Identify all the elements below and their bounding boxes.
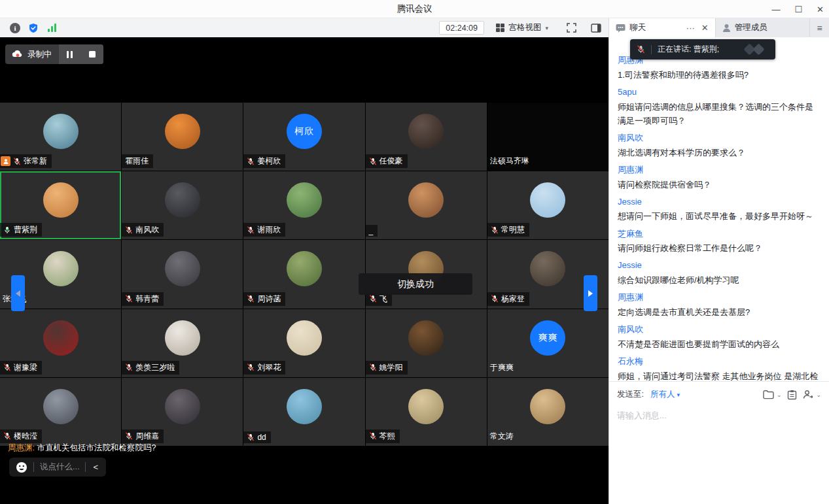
participant-name: 姚学阳	[379, 362, 403, 373]
message-sender[interactable]: 南风吹	[618, 132, 820, 144]
participant-tile[interactable]: 谢豫梁	[0, 309, 121, 377]
chat-message-list[interactable]: 10:52 周惠渊 1.司法警察和助理的待遇差很多吗? 5apu 师姐请问选调的…	[609, 37, 829, 381]
participant-tile[interactable]: 谢雨欣	[243, 171, 364, 239]
participant-tile[interactable]: 常明慧	[487, 171, 609, 239]
speaking-toast: 正在讲话: 曹紫荆;	[630, 39, 775, 59]
participant-tile[interactable]: 任俊豪	[366, 103, 487, 171]
avatar	[165, 389, 200, 424]
chevron-down-icon[interactable]: ⌄	[777, 392, 782, 398]
avatar	[287, 320, 322, 356]
participant-tile[interactable]: 南风吹	[122, 171, 243, 239]
avatar	[165, 320, 200, 356]
message-sender[interactable]: 南风吹	[618, 324, 820, 336]
tab-manage-members[interactable]: 管理成员	[715, 18, 809, 37]
next-page-arrow[interactable]	[584, 275, 597, 311]
pause-recording-button[interactable]	[59, 44, 81, 64]
meeting-info-icon[interactable]: i	[8, 21, 22, 35]
network-signal-icon[interactable]	[44, 21, 59, 35]
participant-tile[interactable]: 常文涛	[487, 378, 609, 446]
sidebar-toggle-button[interactable]	[589, 21, 603, 35]
minimize-button[interactable]: —	[771, 5, 780, 14]
maximize-button[interactable]: ☐	[794, 5, 802, 14]
chat-more-button[interactable]: ···	[686, 23, 695, 33]
participant-namebar: 楼晗滢	[0, 429, 42, 443]
chat-message: 南风吹 湖北选调有对本科学历的要求么？	[618, 132, 820, 160]
message-sender[interactable]: 周惠渊	[618, 292, 820, 304]
panel-menu-button[interactable]: ≡	[809, 18, 829, 37]
participant-namebar: 于爽爽	[487, 361, 518, 375]
recording-label: 录制中	[27, 49, 52, 60]
emoji-icon[interactable]	[16, 462, 27, 473]
message-sender[interactable]: 石永梅	[618, 356, 820, 368]
participant-tile[interactable]: 法硕马齐琳	[487, 103, 609, 171]
prev-page-arrow[interactable]	[11, 275, 25, 311]
participant-tile[interactable]: 霍雨佳	[122, 103, 243, 171]
participant-tile[interactable]: 姚学阳	[366, 309, 487, 377]
quick-chat-bar: 说点什么... <	[9, 458, 106, 477]
avatar	[408, 320, 444, 356]
participant-tile[interactable]: 刘翠花	[243, 309, 364, 377]
participant-namebar: 姜柯欣	[243, 154, 285, 168]
tab-chat[interactable]: 聊天 ··· ✕	[609, 18, 715, 37]
participant-name: 张常新	[24, 156, 47, 167]
participant-namebar: 常文涛	[487, 429, 518, 443]
collapse-quickbar-button[interactable]: <	[92, 462, 99, 472]
chat-close-button[interactable]: ✕	[701, 23, 709, 33]
participant-tile[interactable]: 爽爽 于爽爽	[487, 309, 609, 377]
chevron-down-icon[interactable]: ⌄	[816, 392, 821, 398]
participant-name: 于爽爽	[490, 362, 514, 373]
announcement-icon[interactable]	[787, 390, 797, 400]
participant-name: 羡羡三岁啦	[135, 362, 175, 373]
security-shield-icon[interactable]	[26, 21, 41, 35]
chat-message: 南风吹 不清楚是否能进面也要提前学面试的内容么	[618, 324, 820, 351]
preview-sender-name: 周惠渊:	[8, 443, 35, 452]
participant-tile[interactable]: 楼晗滢	[0, 378, 121, 446]
message-sender[interactable]: Jessie	[618, 260, 820, 272]
avatar	[408, 389, 444, 424]
participant-tile[interactable]: 柯欣 姜柯欣	[243, 103, 364, 171]
participant-tile[interactable]: 韩青蕾	[122, 240, 243, 308]
mic-muted-icon	[369, 363, 377, 371]
participant-tile[interactable]: 周维嘉	[122, 378, 243, 446]
close-button[interactable]: ✕	[817, 5, 824, 14]
participant-tile[interactable]: 张常新	[0, 103, 121, 171]
message-sender[interactable]: Jessie	[618, 196, 820, 209]
chat-message: Jessie 想请问一下师姐，面试尽早准备，最好多早开始呀～	[618, 196, 820, 224]
participant-tile[interactable]: 芩熙	[366, 378, 487, 446]
folder-icon[interactable]	[763, 390, 774, 399]
mic-muted-icon	[369, 158, 377, 165]
participant-tile[interactable]: _	[366, 171, 487, 239]
chevron-down-icon: ▾	[677, 392, 680, 398]
fullscreen-button[interactable]	[564, 21, 578, 35]
avatar	[408, 114, 444, 149]
participant-tile[interactable]: 曹紫荆	[0, 171, 121, 239]
person-icon	[722, 24, 731, 33]
participant-tile[interactable]: 周诗菡	[243, 240, 364, 308]
avatar: 柯欣	[287, 114, 322, 149]
participant-namebar: 法硕马齐琳	[487, 154, 534, 168]
chat-composer: 发送至: 所有人 ▾ ⌄	[609, 381, 829, 504]
participant-name: dd	[257, 433, 266, 442]
send-to-select[interactable]: 所有人	[650, 389, 675, 400]
avatar	[287, 251, 322, 286]
message-sender[interactable]: 芝麻鱼	[618, 228, 820, 241]
stop-recording-button[interactable]	[81, 44, 103, 64]
message-sender[interactable]: 5apu	[618, 86, 820, 99]
tab-chat-label: 聊天	[629, 22, 646, 33]
participant-namebar: _	[366, 225, 378, 237]
participant-tile[interactable]: 羡羡三岁啦	[122, 309, 243, 377]
participant-name: 常明慧	[501, 224, 525, 235]
participant-namebar: dd	[243, 431, 270, 443]
message-input[interactable]: 请输入消息...	[617, 410, 821, 422]
window-controls: — ☐ ✕	[771, 0, 824, 18]
toolbar-right: 02:24:09 宫格视图 ▾	[439, 20, 605, 35]
view-mode-button[interactable]: 宫格视图 ▾	[491, 20, 554, 35]
quick-chat-input[interactable]: 说点什么...	[40, 462, 79, 473]
mic-muted-icon	[247, 433, 255, 441]
message-sender[interactable]: 周惠渊	[618, 164, 820, 176]
recording-indicator: 录制中	[5, 44, 103, 64]
avatar: 爽爽	[530, 320, 565, 356]
participant-tile[interactable]: dd	[243, 378, 364, 446]
private-chat-icon[interactable]	[803, 390, 813, 399]
mic-muted-icon	[369, 295, 377, 303]
